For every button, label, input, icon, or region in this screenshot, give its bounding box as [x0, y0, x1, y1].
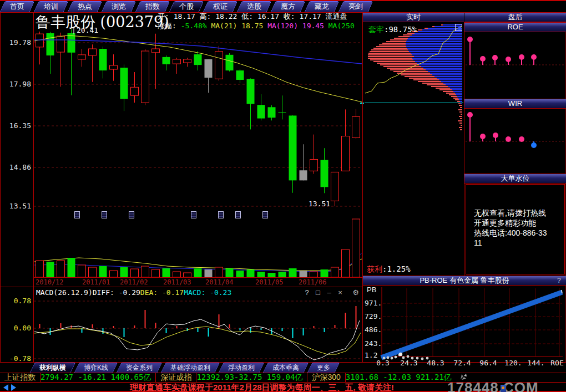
roe-panel-header[interactable]: ROE: [464, 22, 566, 32]
price-tick: 19.78: [2, 38, 31, 47]
index-name[interactable]: 上证指数: [4, 373, 36, 383]
news-flag-icon[interactable]: [129, 211, 134, 218]
pbroe-ytick: 971.: [365, 299, 382, 307]
info-segment: DEA: -0.17: [140, 288, 184, 297]
divider: [0, 12, 1, 391]
news-flag-icon[interactable]: [191, 211, 196, 218]
info-segment: -5.48%: [181, 22, 211, 30]
news-flag-icon[interactable]: [74, 211, 80, 218]
page-title: 鲁丰股份 (002379): [36, 12, 169, 32]
pbroe-ytick: 1.2: [365, 351, 377, 359]
pbroe-xtick: 120.: [504, 359, 522, 367]
dadan-panel-header[interactable]: 大单水位: [464, 174, 566, 184]
pbroe-ytick: 486.: [365, 325, 382, 334]
index-values: 2794.27 -16.21 1400.65亿: [41, 373, 151, 383]
macd-tick: 0.00: [2, 324, 31, 332]
menu-tab-9[interactable]: 魔方: [271, 1, 306, 12]
settings-icon[interactable]: ⚙: [351, 288, 360, 297]
indicator-tab-2[interactable]: 博弈K线: [74, 363, 118, 373]
window-close-icon[interactable]: ×: [336, 288, 345, 297]
menu-tab-label: 首页: [8, 2, 27, 12]
price-axis-line: [33, 12, 34, 362]
scroll-left-icon[interactable]: [3, 384, 8, 391]
pbroe-xtick: 48.3: [427, 359, 444, 367]
divider: [0, 287, 363, 287]
info-segment: MA(120) 19.45: [267, 22, 329, 30]
indicator-tab-6[interactable]: 成本乖离: [263, 363, 309, 373]
indicator-tab-label: 资金系列: [126, 363, 153, 372]
menu-tab-4[interactable]: 浏览: [102, 1, 137, 12]
pbroe-xtick: 96.4: [479, 359, 497, 367]
price-tick: 16.35: [2, 121, 31, 130]
menu-tab-1[interactable]: 首页: [0, 1, 34, 12]
date-tick: 2011/04: [205, 278, 234, 286]
pbroe-ytick: 243.: [365, 339, 382, 348]
menu-tab-11[interactable]: 亮剑: [338, 1, 373, 12]
pbroe-xtick: ROE: [550, 359, 563, 367]
pbroe-panel-header[interactable]: PB-ROE 有色金属 鲁丰股份: [363, 276, 566, 286]
indicator-tab-label: 成本乖离: [272, 363, 299, 372]
window-maximize-icon[interactable]: □: [314, 288, 322, 297]
index-name[interactable]: 沪深300: [312, 373, 340, 383]
macd-tick: 0.78: [2, 297, 31, 305]
menu-tab-2[interactable]: 培训: [34, 1, 69, 12]
pbroe-xtick: 0.3: [376, 359, 389, 367]
indicator-tab-5[interactable]: 浮动盈利: [219, 363, 265, 373]
watermark-logo-icon: [501, 385, 506, 392]
pbroe-xtick: 144.: [527, 359, 544, 367]
menu-tab-3[interactable]: 热点: [68, 1, 103, 12]
info-segment: MA(21) 18.75: [211, 22, 267, 30]
info-segment: MACD: -0.23: [184, 288, 231, 297]
pbroe-ytick: 729.: [365, 312, 382, 320]
window-minimize-icon[interactable]: –: [325, 288, 333, 297]
afterhours-panel-header[interactable]: 盘后: [464, 12, 566, 22]
help-icon[interactable]: ?: [302, 288, 311, 297]
news-flag-icon[interactable]: [262, 211, 268, 218]
menu-tab-label: 热点: [75, 2, 94, 12]
watermark: 178448.COM: [447, 379, 539, 392]
pbroe-xtick: 72.4: [453, 359, 471, 367]
divider: [565, 12, 565, 391]
marquee-bar: 理财直通车实盘课程于2011年2月28日调整为每周一、三、五, 敬请关注! 17…: [0, 383, 566, 392]
indicator-tab-label: 博弈K线: [84, 363, 108, 372]
trapped-ratio: 套牢:98.75%: [368, 25, 417, 35]
date-tick: 2011/01: [82, 278, 110, 286]
date-tick: 2011/02: [120, 278, 148, 286]
indicator-tab-label: 更多: [317, 363, 330, 372]
index-values: 3101.68 -12.03 921.21亿: [346, 373, 452, 383]
scroll-right-icon[interactable]: [11, 384, 16, 391]
menu-tab-label: 藏龙: [312, 2, 331, 12]
menu-tab-label: 权证: [211, 2, 230, 12]
menu-tab-10[interactable]: 藏龙: [305, 1, 340, 12]
info-segment: 开: 18.17 高: 18.22 低: 16.17 收: 17.17 流通盘: [158, 12, 347, 21]
menu-tab-label: 个股: [177, 2, 196, 12]
permission-notice-box: 无权查看,请拨打热线 开通更多精彩功能 热线电话:400-886-33 11: [466, 184, 565, 274]
divider: [362, 12, 363, 373]
menu-tab-6[interactable]: 个股: [169, 1, 204, 12]
menu-tab-5[interactable]: 指数: [135, 1, 170, 12]
info-segment: MACD(26.12.9)DIFF: -0.29: [36, 288, 140, 297]
news-flag-icon[interactable]: [102, 211, 107, 218]
realtime-panel-header[interactable]: 实时: [363, 12, 464, 22]
indicator-tab-4[interactable]: 基础浮动盈利: [161, 363, 220, 373]
indicator-tab-7[interactable]: 更多: [307, 363, 340, 373]
news-flag-icon[interactable]: [218, 211, 224, 218]
menu-tab-8[interactable]: 选股: [237, 1, 272, 12]
pbroe-help-icon[interactable]: ?: [557, 277, 561, 284]
indicator-tab-1[interactable]: 获利纵横: [30, 363, 76, 373]
index-name[interactable]: 深证成指: [160, 373, 191, 383]
menu-tab-7[interactable]: 权证: [203, 1, 238, 12]
trapped-label: 套牢: [368, 25, 384, 34]
indicator-tab-3[interactable]: 资金系列: [117, 363, 163, 373]
price-tick: 13.51: [2, 202, 31, 210]
divider: [307, 373, 307, 382]
divider: [464, 22, 464, 276]
ma-info-line: 涨幅: -5.48% MA(21) 18.75 MA(120) 19.45 MA…: [158, 21, 355, 31]
marquee-text: 理财直通车实盘课程于2011年2月28日调整为每周一、三、五, 敬请关注!: [130, 383, 394, 392]
news-flag-icon[interactable]: [235, 211, 241, 218]
indicator-tab-label: 基础浮动盈利: [170, 363, 210, 372]
snapshot-icon[interactable]: [455, 24, 462, 31]
divider: [33, 277, 363, 278]
pbroe-xtick: 24.3: [400, 359, 417, 367]
wir-panel-header[interactable]: WIR: [464, 99, 566, 109]
